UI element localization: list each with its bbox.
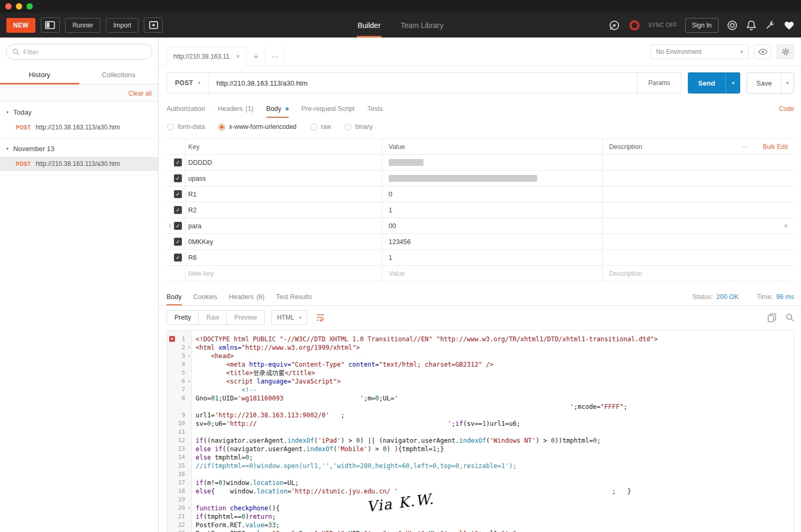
wrench-icon[interactable]	[765, 20, 776, 31]
kv-key-cell[interactable]: R2	[186, 202, 382, 218]
radio-form-data[interactable]: form-data	[167, 123, 205, 130]
kv-description-cell[interactable]	[603, 234, 794, 249]
kv-description-cell[interactable]	[603, 202, 794, 218]
word-wrap-button[interactable]	[314, 311, 327, 324]
kv-key-cell[interactable]: 0MKKey	[186, 234, 382, 249]
kv-value-cell[interactable]: 00	[382, 218, 603, 234]
sidebar-toggle-button[interactable]	[41, 17, 60, 33]
row-checkbox[interactable]: ✓	[174, 174, 182, 182]
notifications-bell-icon[interactable]	[746, 20, 757, 31]
collapse-arrow-icon[interactable]: ▾	[6, 110, 8, 115]
tab-cookies[interactable]: Cookies	[194, 288, 217, 305]
tab-team-library[interactable]: Team Library	[400, 13, 445, 38]
tab-headers[interactable]: Headers(1)	[218, 100, 254, 118]
row-checkbox[interactable]: ✓	[174, 190, 182, 198]
fold-arrow-icon[interactable]: ▾	[188, 377, 190, 386]
fold-arrow-icon[interactable]: ▾	[188, 352, 190, 360]
traffic-light-zoom[interactable]	[26, 3, 33, 10]
kv-value-cell[interactable]: 1	[382, 202, 603, 218]
import-button[interactable]: Import	[106, 18, 139, 33]
tab-authorization[interactable]: Authorization	[167, 100, 205, 118]
send-button[interactable]: Send	[688, 72, 726, 94]
search-response-icon[interactable]	[786, 313, 794, 322]
sync-off-icon[interactable]	[629, 20, 640, 31]
help-icon[interactable]	[726, 20, 738, 31]
clear-all-link[interactable]: Clear all	[128, 90, 152, 97]
table-menu-icon[interactable]: ⋯	[742, 143, 749, 151]
row-checkbox[interactable]: ✓	[174, 254, 182, 262]
traffic-light-minimize[interactable]	[16, 3, 22, 10]
tab-collections[interactable]: Collections	[79, 66, 159, 84]
response-body-viewer[interactable]: ×1<!DOCTYPE html PUBLIC "-//W3C//DTD XHT…	[167, 330, 794, 532]
collapse-arrow-icon[interactable]: ▾	[6, 146, 8, 151]
tab-response-headers[interactable]: Headers(6)	[229, 288, 265, 305]
kv-description-cell[interactable]	[603, 155, 794, 170]
fold-arrow-icon[interactable]: ▾	[188, 343, 190, 352]
bulk-edit-link[interactable]: Bulk Edit	[763, 143, 788, 151]
history-section-header[interactable]: ▾ Today	[0, 102, 158, 120]
kv-value-cell[interactable]	[382, 171, 603, 186]
new-window-button[interactable]	[144, 17, 163, 33]
tab-more-options-button[interactable]: ⋯	[265, 46, 284, 66]
new-key-input[interactable]: New key	[186, 266, 382, 281]
send-options-chevron[interactable]: ▾	[725, 72, 740, 94]
copy-response-icon[interactable]	[768, 313, 776, 322]
request-tab[interactable]: http://210.38.163.11 ×	[167, 46, 246, 66]
tab-test-results[interactable]: Test Results	[276, 288, 312, 305]
kv-description-cell[interactable]	[603, 250, 794, 265]
language-select[interactable]: HTML ▾	[271, 310, 307, 325]
kv-key-cell[interactable]: upass	[186, 171, 382, 186]
traffic-light-close[interactable]	[5, 3, 12, 10]
tab-tests[interactable]: Tests	[367, 100, 383, 118]
interceptor-icon[interactable]	[608, 19, 621, 32]
kv-key-cell[interactable]: R6	[186, 250, 382, 265]
environment-quick-look-button[interactable]	[754, 44, 771, 59]
row-checkbox[interactable]: ✓	[174, 238, 182, 246]
kv-value-cell[interactable]: 123456	[382, 234, 603, 249]
kv-key-cell[interactable]: R1	[186, 186, 382, 202]
history-item[interactable]: POST http://210.38.163.113/a30.htm	[0, 120, 158, 135]
environment-select[interactable]: No Environment ▾	[650, 44, 749, 59]
tab-history[interactable]: History	[0, 66, 79, 84]
new-description-input[interactable]: Description	[603, 266, 794, 281]
params-button[interactable]: Params	[637, 73, 680, 93]
tab-builder[interactable]: Builder	[356, 13, 382, 38]
sign-in-button[interactable]: Sign In	[685, 18, 719, 33]
tab-pre-request-script[interactable]: Pre-request Script	[301, 100, 355, 118]
kv-value-cell[interactable]: 0	[382, 186, 603, 202]
filter-search-box[interactable]	[6, 44, 152, 60]
history-item-selected[interactable]: POST http://210.38.163.113/a30.htm	[0, 157, 158, 171]
save-options-chevron[interactable]: ▾	[781, 73, 794, 93]
fold-arrow-icon[interactable]: ▾	[188, 504, 190, 512]
settings-button[interactable]	[777, 44, 794, 59]
tab-response-body[interactable]: Body	[167, 288, 182, 305]
row-checkbox[interactable]: ✓	[174, 206, 182, 214]
row-checkbox[interactable]: ✓	[174, 222, 182, 230]
close-tab-icon[interactable]: ×	[236, 52, 240, 60]
history-section-header[interactable]: ▾ November 13	[0, 138, 158, 157]
tab-body[interactable]: Body	[266, 100, 289, 118]
kv-key-cell[interactable]: DDDDD	[186, 155, 382, 170]
kv-description-cell[interactable]	[603, 186, 794, 202]
view-raw[interactable]: Raw	[199, 311, 227, 324]
view-pretty[interactable]: Pretty	[167, 311, 199, 324]
generate-code-link[interactable]: Code	[779, 100, 794, 118]
radio-x-www-form-urlencoded[interactable]: x-www-form-urlencoded	[218, 123, 296, 130]
view-preview[interactable]: Preview	[227, 311, 264, 324]
method-select[interactable]: POST ▾	[167, 73, 209, 93]
filter-input[interactable]	[23, 48, 146, 56]
heart-icon[interactable]	[784, 20, 795, 30]
save-button[interactable]: Save	[747, 73, 781, 93]
row-checkbox[interactable]: ✓	[174, 158, 182, 166]
new-button[interactable]: NEW	[6, 18, 35, 33]
url-input[interactable]	[209, 73, 637, 93]
radio-raw[interactable]: raw	[310, 123, 331, 130]
kv-value-cell[interactable]	[382, 155, 603, 170]
radio-binary[interactable]: binary	[345, 123, 373, 130]
add-tab-button[interactable]: +	[246, 46, 265, 66]
remove-row-icon[interactable]: ×	[784, 222, 788, 230]
kv-value-cell[interactable]: 1	[382, 250, 603, 265]
runner-button[interactable]: Runner	[65, 18, 100, 33]
new-value-input[interactable]: Value	[382, 266, 603, 281]
kv-description-cell[interactable]	[603, 171, 794, 186]
